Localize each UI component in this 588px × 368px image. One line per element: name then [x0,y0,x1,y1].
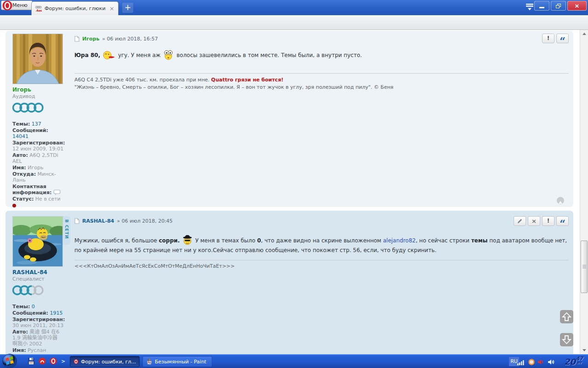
author-profile-1: Игорь Аудивод Темы: 137 Сообщений: 14041… [12,34,64,207]
messages-label: Сообщений: [12,127,48,133]
body-bold: сорри. [159,237,180,244]
start-button[interactable] [2,353,17,368]
avatar[interactable] [12,216,63,267]
avatar-portrait-image [13,34,62,84]
audi-rings-rank-icon [12,284,44,297]
post-author-link[interactable]: Игорь [82,36,99,42]
offline-status-icon [12,204,16,207]
audi-favicon-icon: Audi [35,5,42,12]
browser-menu-button[interactable]: Меню [1,0,33,10]
taskbar-task-paint[interactable]: Безымянный - Paint [142,356,212,367]
messages-count-link[interactable]: 14041 [12,133,28,139]
window-minimize-button[interactable] [534,1,549,11]
clock-hours: 20 [564,357,576,367]
post-buttons: ! “ [542,34,569,43]
name-label: Имя: [12,347,26,353]
scrollbar-up-icon[interactable] [582,33,586,35]
clock-day: пт [577,361,582,365]
taskbar: > Форум: ошибки, гл... Безымянный - Pain… [0,354,588,368]
window-maximize-button[interactable] [551,1,566,11]
report-button[interactable]: ! [542,34,554,43]
from-label: Откуда: [12,171,36,177]
scrollbar-thumb[interactable] [581,241,588,293]
close-icon: × [575,2,580,9]
registered-value: 30 июн 2011, 20:13 [12,322,63,328]
browser-titlebar: Меню Audi Форум: ошибки, глюки и пр × + [0,0,588,15]
signature-text: <<<КтОмАлОзАнИмАеТсЯсЕкСоМтОтМеДлЕнНоЧиТ… [74,263,569,270]
new-tab-button[interactable]: + [122,3,133,13]
volume-icon[interactable] [548,358,555,367]
post-main-2: RASHAL-84 » 06 июл 2018, 20:45 × ! “ Муж… [74,211,569,354]
taskbar-task-forum[interactable]: Форум: ошибки, гл... [70,356,140,367]
report-icon: ! [543,217,554,225]
user-mention-link[interactable]: alejandro82 [383,237,416,244]
delete-button[interactable]: × [528,216,540,226]
contact-bubble-icon[interactable] [53,190,61,195]
page-down-button[interactable] [560,333,573,346]
car-label: Авто: [12,152,28,158]
browser-tab[interactable]: Audi Форум: ошибки, глюки и пр × [31,1,119,15]
forum-post-1: Игорь Аудивод Темы: 137 Сообщений: 14041… [6,31,573,207]
post-page-icon[interactable] [74,218,79,224]
quicklaunch-red-app-icon[interactable] [39,357,46,367]
author-link[interactable]: RASHAL-84 [12,269,64,276]
messages-label: Сообщений: [12,310,48,316]
topics-count-link[interactable]: 0 [32,304,35,310]
body-text: угу. У меня аж [118,52,163,58]
down-arrow-icon [560,333,573,346]
registered-label: Зарегистрирован: [12,316,65,322]
shock-smiley-icon [163,50,174,60]
page-scrollbar[interactable] [580,30,588,354]
scrollbar-down-icon[interactable] [582,349,586,351]
scroll-to-top-icon[interactable] [557,197,564,204]
taskbar-clock[interactable]: 20 47 пт [563,356,587,368]
post-date: » 06 июл 2018, 20:45 [117,218,173,224]
name-value: Руслан [28,347,46,353]
author-rank: Аудивод [12,93,64,99]
post-page-icon[interactable] [74,36,79,42]
page-up-button[interactable] [560,310,573,323]
quicklaunch-opera-icon[interactable] [50,357,57,367]
registered-label: Зарегистрирован: [12,140,65,146]
delete-icon: × [528,217,540,225]
signal-bars-icon[interactable] [517,358,525,367]
red-volume-icon[interactable] [537,358,544,367]
quicklaunch-save-icon[interactable] [28,357,35,367]
car-label: Авто: [12,329,28,335]
topics-count-link[interactable]: 137 [32,121,41,127]
up-arrow-icon [560,310,573,323]
registered-value: 12 июн 2009, 19:01 [12,146,63,152]
minimize-icon [539,7,544,8]
body-bold: темы [471,237,488,244]
quote-button[interactable]: “ [556,216,569,226]
body-text: , что даже видно на скрине выложенном [261,237,383,244]
tab-list-icon[interactable] [525,3,534,13]
task-label: Форум: ошибки, гл... [81,359,136,365]
contact-label: Контактная информация: [12,184,51,196]
post-author-link[interactable]: RASHAL-84 [82,218,114,224]
edit-button[interactable] [514,216,526,226]
status-label: Статус: [12,196,34,202]
report-button[interactable]: ! [542,216,554,226]
signature-quote: "Жизнь – бревно, Смерть – опилки, Бог – … [74,84,569,91]
post-buttons: × ! “ [514,216,569,226]
quicklaunch-expand-icon[interactable]: > [61,358,65,364]
audi-rings-rank-icon [12,101,44,114]
signature: A6Q C4 2,5TDi уже 406 тыс. км. проехала … [74,76,569,91]
profile-details: Темы: 137 Сообщений: 14041 Зарегистриров… [12,121,64,207]
pencil-icon [517,218,523,224]
task-label: Безымянный - Paint [155,359,206,365]
quote-button[interactable]: “ [556,34,569,43]
orange-ring-icon[interactable] [528,358,535,367]
restore-icon [556,4,561,8]
author-link[interactable]: Игорь [12,86,64,93]
post-header: Игорь » 06 июл 2018, 16:57 [74,36,158,42]
name-value: Игорь [28,165,43,171]
body-bold: 0 [257,237,261,244]
messages-count-link[interactable]: 1915 [50,310,62,316]
avatar[interactable] [12,34,63,84]
window-close-button[interactable]: × [567,1,587,11]
tab-close-icon[interactable]: × [109,6,115,12]
online-label: В СЕТИ [64,219,69,239]
browser-addressbar: ← → www. audi-belarus.by /forum/viewtopi… [0,15,588,30]
